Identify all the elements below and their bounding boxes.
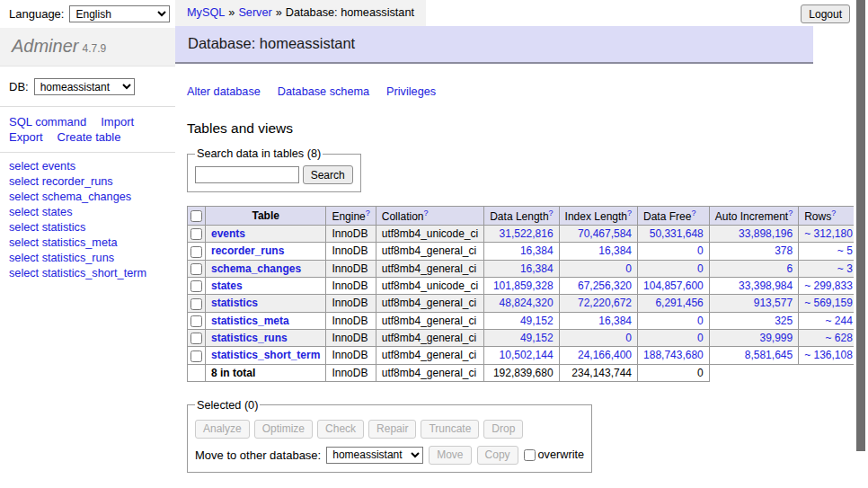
- db-select[interactable]: homeassistant: [34, 78, 135, 95]
- truncate-button[interactable]: Truncate: [421, 420, 479, 439]
- breadcrumb-link[interactable]: Server: [238, 6, 271, 19]
- index-length-cell: 16,384: [559, 243, 637, 260]
- index-length-link[interactable]: 67,256,320: [578, 279, 632, 292]
- sidebar-select-schema_changes[interactable]: select schema_changes: [9, 191, 175, 204]
- rows-link[interactable]: ~ 299,833: [804, 279, 853, 292]
- adminer-brand-link[interactable]: Adminer: [12, 36, 78, 56]
- logout-button[interactable]: Logout: [801, 4, 850, 23]
- table-link-recorder_runs[interactable]: recorder_runs: [211, 244, 284, 257]
- rows-link[interactable]: ~ 569,159: [804, 297, 853, 309]
- auto-increment-link[interactable]: 39,999: [759, 332, 793, 344]
- select-all-checkbox[interactable]: [190, 210, 202, 222]
- data-length-link[interactable]: 16,384: [520, 244, 554, 257]
- table-link-states[interactable]: states: [211, 279, 243, 292]
- data-length-link[interactable]: 10,502,144: [500, 349, 554, 361]
- overwrite-checkbox[interactable]: [524, 449, 536, 461]
- help-icon[interactable]: ?: [366, 209, 370, 217]
- data-length-link[interactable]: 48,824,320: [500, 297, 554, 309]
- auto-increment-link[interactable]: 33,898,196: [739, 227, 793, 240]
- search-button[interactable]: Search: [303, 165, 353, 184]
- rows-link[interactable]: ~ 5: [837, 244, 853, 257]
- row-checkbox[interactable]: [190, 350, 202, 362]
- vertical-scrollbar[interactable]: [854, 0, 868, 488]
- optimize-button[interactable]: Optimize: [254, 420, 313, 439]
- auto-increment-link[interactable]: 33,398,984: [739, 279, 793, 292]
- sidebar-select-statistics_meta[interactable]: select statistics_meta: [9, 236, 175, 250]
- data-length-link[interactable]: 31,522,816: [500, 227, 554, 240]
- table-link-statistics_meta[interactable]: statistics_meta: [211, 315, 289, 327]
- rows-link[interactable]: ~ 312,180: [804, 227, 853, 240]
- auto-increment-link[interactable]: 378: [775, 244, 793, 257]
- help-icon[interactable]: ?: [423, 209, 428, 217]
- data-free-link[interactable]: 6,291,456: [655, 297, 703, 309]
- rows-link[interactable]: ~ 3: [837, 262, 853, 275]
- menu-link-sql-command[interactable]: SQL command: [9, 115, 86, 129]
- index-length-link[interactable]: 0: [625, 332, 632, 344]
- sidebar-select-states[interactable]: select states: [9, 206, 175, 219]
- help-icon[interactable]: ?: [549, 209, 554, 217]
- table-link-statistics_short_term[interactable]: statistics_short_term: [211, 349, 320, 361]
- auto-increment-link[interactable]: 325: [775, 315, 793, 327]
- data-free-link[interactable]: 104,857,600: [643, 279, 704, 292]
- data-length-link[interactable]: 16,384: [520, 262, 554, 275]
- sidebar-select-statistics_runs[interactable]: select statistics_runs: [9, 252, 175, 265]
- menu-link-create-table[interactable]: Create table: [58, 130, 121, 144]
- rows-link[interactable]: ~ 244: [826, 315, 853, 327]
- move-button[interactable]: Move: [429, 446, 471, 465]
- data-length-link[interactable]: 49,152: [520, 315, 554, 327]
- table-link-events[interactable]: events: [211, 227, 245, 240]
- move-database-select[interactable]: homeassistant: [326, 447, 423, 464]
- index-length-link[interactable]: 70,467,584: [578, 227, 632, 240]
- row-checkbox[interactable]: [190, 263, 202, 275]
- sidebar-select-statistics_short_term[interactable]: select statistics_short_term: [9, 267, 175, 280]
- data-free-link[interactable]: 0: [697, 332, 704, 344]
- help-icon[interactable]: ?: [788, 209, 793, 217]
- help-icon[interactable]: ?: [627, 209, 632, 217]
- menu-link-export[interactable]: Export: [9, 130, 43, 144]
- row-checkbox[interactable]: [190, 333, 202, 344]
- rows-link[interactable]: ~ 628: [826, 332, 853, 344]
- auto-increment-link[interactable]: 6: [786, 262, 793, 275]
- sidebar-select-events[interactable]: select events: [9, 160, 175, 173]
- index-length-link[interactable]: 16,384: [598, 244, 632, 257]
- data-length-link[interactable]: 101,859,328: [493, 279, 554, 292]
- table-link-schema_changes[interactable]: schema_changes: [211, 262, 301, 275]
- auto-increment-link[interactable]: 8,581,645: [745, 349, 793, 361]
- row-checkbox[interactable]: [190, 246, 202, 258]
- check-button[interactable]: Check: [317, 420, 364, 439]
- menu-link-import[interactable]: Import: [101, 115, 134, 129]
- row-checkbox[interactable]: [190, 315, 202, 327]
- index-length-link[interactable]: 0: [625, 262, 632, 275]
- index-length-link[interactable]: 72,220,672: [578, 297, 632, 309]
- data-free-link[interactable]: 0: [697, 262, 704, 275]
- auto-increment-link[interactable]: 913,577: [754, 297, 793, 309]
- table-link-statistics[interactable]: statistics: [211, 297, 258, 309]
- row-checkbox[interactable]: [190, 228, 202, 240]
- table-link-statistics_runs[interactable]: statistics_runs: [211, 332, 288, 344]
- help-icon[interactable]: ?: [691, 209, 695, 217]
- link-database-schema[interactable]: Database schema: [278, 85, 369, 98]
- data-length-link[interactable]: 49,152: [520, 332, 554, 344]
- breadcrumb-link[interactable]: MySQL: [187, 6, 225, 19]
- sidebar-select-statistics[interactable]: select statistics: [9, 221, 175, 235]
- search-input[interactable]: [195, 166, 299, 183]
- row-checkbox[interactable]: [190, 280, 202, 292]
- scrollbar-thumb[interactable]: [856, 0, 865, 451]
- link-privileges[interactable]: Privileges: [386, 85, 436, 98]
- link-alter-database[interactable]: Alter database: [187, 85, 261, 98]
- language-select[interactable]: English: [69, 5, 170, 22]
- data-free-link[interactable]: 0: [697, 315, 704, 327]
- rows-link[interactable]: ~ 136,108: [804, 349, 853, 361]
- data-free-link[interactable]: 50,331,648: [650, 227, 704, 240]
- row-checkbox[interactable]: [190, 298, 202, 310]
- index-length-link[interactable]: 16,384: [598, 315, 632, 327]
- repair-button[interactable]: Repair: [368, 420, 416, 439]
- data-free-link[interactable]: 188,743,680: [643, 349, 704, 361]
- drop-button[interactable]: Drop: [483, 420, 523, 439]
- index-length-link[interactable]: 24,166,400: [578, 349, 632, 361]
- sidebar-select-recorder_runs[interactable]: select recorder_runs: [9, 175, 175, 189]
- analyze-button[interactable]: Analyze: [195, 420, 250, 439]
- help-icon[interactable]: ?: [831, 209, 836, 217]
- copy-button[interactable]: Copy: [477, 446, 518, 465]
- data-free-link[interactable]: 0: [697, 244, 704, 257]
